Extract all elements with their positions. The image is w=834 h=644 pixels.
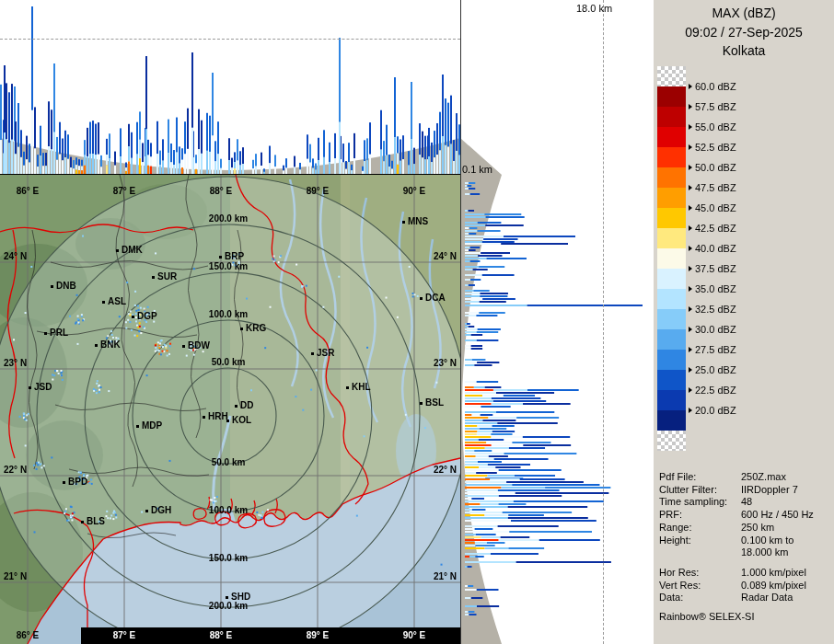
lon-grid-label: 88° E <box>201 630 241 641</box>
city-dmk: DMK <box>116 246 143 255</box>
lon-grid-label: 87° E <box>104 186 145 197</box>
city-dot-icon <box>95 344 98 347</box>
meta-value: 250 km <box>741 522 774 533</box>
city-jsr: JSR <box>311 349 334 358</box>
meta-row: Range:250 km <box>659 522 832 534</box>
product-metadata: Pdf File:250Z.maxClutter Filter:IIRDoppl… <box>654 0 834 644</box>
city-dnb: DNB <box>51 282 76 291</box>
meta-label: Time sampling: <box>659 496 727 507</box>
meta-label: PRF: <box>659 509 682 520</box>
lon-grid-label: 90° E <box>394 630 434 641</box>
lat-grid-label: 24° N <box>4 251 50 262</box>
city-label: DCA <box>425 293 446 303</box>
city-khl: KHL <box>346 383 371 392</box>
radar-display: 18.0 km 0.1 km <box>0 0 834 644</box>
city-dot-icon <box>152 276 155 279</box>
city-label: BPD <box>68 477 87 487</box>
meta-row: 18.000 km <box>659 546 832 558</box>
height-18km-gridline <box>603 0 604 644</box>
lon-grid-label: 87° E <box>104 630 145 641</box>
side-profile-echo-canvas <box>460 0 647 644</box>
city-bsl: BSL <box>420 398 444 408</box>
city-label: MDP <box>142 421 162 431</box>
city-dot-icon <box>136 425 139 428</box>
range-ring-label: 150.0 km <box>201 261 256 272</box>
city-dot-icon <box>182 345 185 348</box>
side-height-profile-panel: 18.0 km 0.1 km <box>460 0 647 644</box>
meta-label: Range: <box>659 522 691 533</box>
meta-value: 1.000 km/pixel <box>741 567 806 578</box>
city-dot-icon <box>132 316 134 318</box>
city-label: DGP <box>137 312 157 321</box>
meta-value: 250Z.max <box>741 471 786 482</box>
city-dot-icon <box>51 285 53 288</box>
range-ring-label: 200.0 km <box>201 213 256 224</box>
city-asl: ASL <box>102 297 126 306</box>
top-height-profile-panel <box>0 0 460 175</box>
city-dot-icon <box>226 420 229 422</box>
city-brp: BRP <box>219 252 244 261</box>
lat-grid-label: 24° N <box>411 251 457 262</box>
city-label: ASL <box>108 297 126 306</box>
meta-row: Clutter Filter:IIRDoppler 7 <box>659 484 832 496</box>
city-label: JSD <box>34 383 52 392</box>
lon-grid-label: 89° E <box>297 186 338 197</box>
lat-grid-label: 23° N <box>4 358 50 369</box>
city-label: KOL <box>232 416 251 425</box>
radar-map-panel: DMKSURBRPMNSDNBASLDGPKRGDCAPRLBNKBDWJSRK… <box>0 175 460 644</box>
city-hrh: HRH <box>203 412 228 421</box>
meta-value: 0.100 km to <box>741 535 793 546</box>
city-label: MNS <box>408 217 428 226</box>
city-jsd: JSD <box>29 383 52 392</box>
meta-row: Time sampling:48 <box>659 496 832 508</box>
city-label: BLS <box>87 517 105 526</box>
city-dot-icon <box>203 416 205 419</box>
city-kol: KOL <box>226 416 251 425</box>
city-label: DNB <box>56 282 76 291</box>
meta-value: 18.000 km <box>741 546 788 558</box>
city-label: KRG <box>246 324 266 333</box>
range-ring-label: 100.0 km <box>201 505 256 516</box>
city-bdw: BDW <box>182 341 210 351</box>
city-label: DMK <box>122 246 143 255</box>
city-dgp: DGP <box>132 312 157 321</box>
meta-value: 600 Hz / 450 Hz <box>741 509 814 520</box>
city-dot-icon <box>29 386 31 389</box>
range-ring-label: 50.0 km <box>201 357 256 368</box>
city-dd: DD <box>235 401 253 410</box>
city-dot-icon <box>145 510 148 512</box>
city-sur: SUR <box>152 272 177 282</box>
meta-row: Vert Res:0.089 km/pixel <box>659 580 832 592</box>
meta-label: Vert Res: <box>659 580 701 591</box>
city-dot-icon <box>226 596 228 599</box>
city-dot-icon <box>402 221 405 224</box>
city-mns: MNS <box>402 217 428 226</box>
city-dot-icon <box>81 521 84 523</box>
city-label: JSR <box>317 349 334 358</box>
meta-value: IIRDoppler 7 <box>741 484 798 495</box>
city-dot-icon <box>63 481 65 484</box>
city-dot-icon <box>420 402 423 405</box>
range-ring-label: 50.0 km <box>201 457 256 468</box>
city-label: BNK <box>100 340 121 350</box>
meta-row: Hor Res:1.000 km/pixel <box>659 567 832 579</box>
map-top-border <box>0 174 460 175</box>
range-ring-label: 200.0 km <box>201 601 256 612</box>
lat-grid-label: 22° N <box>411 465 457 476</box>
city-label: DD <box>240 401 253 410</box>
lon-grid-label: 86° E <box>7 630 48 641</box>
meta-row: PRF:600 Hz / 450 Hz <box>659 509 832 521</box>
city-bnk: BNK <box>95 340 121 350</box>
city-label: DGH <box>151 506 171 515</box>
software-name: Rainbow® SELEX-SI <box>659 611 755 622</box>
city-label: BRP <box>225 252 244 261</box>
city-label: PRL <box>50 328 68 338</box>
city-dot-icon <box>102 301 105 304</box>
meta-label: Pdf File: <box>659 471 696 482</box>
city-krg: KRG <box>240 324 266 333</box>
height-18km-gridline <box>0 39 460 40</box>
city-dot-icon <box>311 352 314 355</box>
range-ring-label: 100.0 km <box>201 309 256 320</box>
lon-grid-label: 86° E <box>7 186 48 197</box>
map-labels-layer: DMKSURBRPMNSDNBASLDGPKRGDCAPRLBNKBDWJSRK… <box>0 175 460 644</box>
